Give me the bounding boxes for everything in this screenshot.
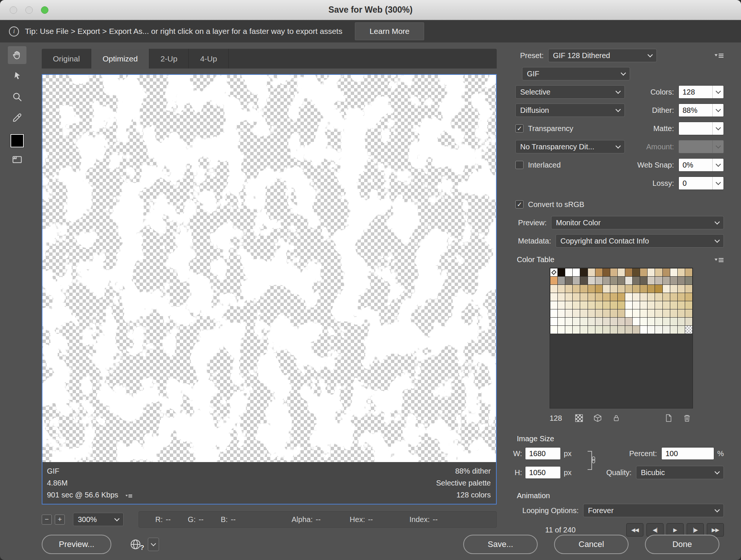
transparency-checkbox[interactable] <box>515 124 524 133</box>
color-swatch[interactable] <box>588 277 595 284</box>
new-color-icon[interactable] <box>664 414 673 423</box>
color-swatch[interactable] <box>610 318 617 325</box>
color-swatch[interactable] <box>633 285 640 293</box>
looping-options-select[interactable]: Forever <box>583 504 724 517</box>
color-swatch[interactable] <box>588 268 595 276</box>
hand-tool[interactable] <box>8 46 26 64</box>
color-swatch[interactable] <box>670 301 677 309</box>
map-transparency-icon[interactable] <box>575 414 583 423</box>
color-swatch[interactable] <box>595 326 602 334</box>
color-swatch[interactable] <box>565 277 572 284</box>
lossy-input[interactable]: 0 <box>678 176 724 190</box>
color-swatch[interactable] <box>625 318 632 325</box>
color-swatch[interactable] <box>633 277 640 284</box>
color-swatch[interactable] <box>633 293 640 301</box>
color-swatch[interactable] <box>633 318 640 325</box>
color-swatch[interactable] <box>595 285 602 293</box>
color-swatch[interactable] <box>648 318 655 325</box>
color-swatch[interactable] <box>550 326 557 334</box>
color-swatch[interactable] <box>663 326 670 334</box>
color-swatch[interactable] <box>565 301 572 309</box>
color-swatch[interactable] <box>588 301 595 309</box>
format-select[interactable]: GIF <box>522 67 630 80</box>
color-swatch[interactable] <box>670 326 677 334</box>
color-reduction-select[interactable]: Selective <box>515 85 625 99</box>
eyedropper-color-swatch[interactable] <box>10 134 24 147</box>
web-snap-input[interactable]: 0% <box>678 158 724 172</box>
color-swatch[interactable] <box>618 268 625 276</box>
learn-more-button[interactable]: Learn More <box>355 22 424 40</box>
color-swatch[interactable] <box>625 268 632 276</box>
color-swatch[interactable] <box>670 293 677 301</box>
color-swatch[interactable] <box>648 301 655 309</box>
color-swatch[interactable] <box>685 301 692 309</box>
color-swatch[interactable] <box>558 326 565 334</box>
color-swatch[interactable] <box>685 277 692 284</box>
color-swatch[interactable] <box>573 318 580 325</box>
color-swatch[interactable] <box>573 309 580 317</box>
minimize-button[interactable] <box>25 6 33 14</box>
color-swatch[interactable] <box>603 277 610 284</box>
color-swatch[interactable] <box>633 268 640 276</box>
color-swatch[interactable] <box>640 285 647 293</box>
color-swatch[interactable] <box>618 318 625 325</box>
color-swatch[interactable] <box>663 309 670 317</box>
color-swatch[interactable] <box>573 301 580 309</box>
color-swatch[interactable] <box>565 326 572 334</box>
preview-mode-select[interactable]: Monitor Color <box>551 216 724 229</box>
color-swatch[interactable] <box>588 285 595 293</box>
color-swatch[interactable] <box>595 318 602 325</box>
color-swatch[interactable] <box>603 293 610 301</box>
color-swatch[interactable] <box>685 293 692 301</box>
zoom-in-button[interactable]: + <box>55 515 65 525</box>
color-swatch[interactable] <box>640 309 647 317</box>
color-swatch[interactable] <box>610 293 617 301</box>
interlaced-checkbox[interactable] <box>515 161 524 169</box>
panel-menu-icon[interactable] <box>714 52 724 58</box>
dither-method-select[interactable]: Diffusion <box>515 104 625 117</box>
color-swatch[interactable] <box>625 293 632 301</box>
color-swatch[interactable] <box>565 285 572 293</box>
color-swatch[interactable] <box>670 318 677 325</box>
color-swatch[interactable] <box>618 301 625 309</box>
color-swatch[interactable] <box>663 293 670 301</box>
convert-srgb-checkbox[interactable] <box>515 200 524 209</box>
preview-tab[interactable]: 2-Up <box>149 49 189 69</box>
color-swatch[interactable] <box>603 285 610 293</box>
color-swatch[interactable] <box>595 293 602 301</box>
lock-color-icon[interactable] <box>612 414 621 423</box>
color-swatch[interactable] <box>603 309 610 317</box>
color-swatch[interactable] <box>580 318 587 325</box>
color-swatch[interactable] <box>580 309 587 317</box>
color-swatch[interactable] <box>678 293 685 301</box>
color-swatch[interactable] <box>550 268 557 276</box>
fullscreen-button[interactable] <box>41 6 48 14</box>
color-swatch[interactable] <box>655 268 662 276</box>
eyedropper-tool[interactable] <box>8 109 26 127</box>
quality-select[interactable]: Bicubic <box>636 466 724 479</box>
color-swatch[interactable] <box>625 326 632 334</box>
color-swatch[interactable] <box>670 309 677 317</box>
dither-input[interactable]: 88% <box>678 104 724 117</box>
color-swatch[interactable] <box>678 285 685 293</box>
color-swatch[interactable] <box>663 285 670 293</box>
cancel-button[interactable]: Cancel <box>554 535 629 554</box>
color-swatch[interactable] <box>558 293 565 301</box>
zoom-out-button[interactable]: − <box>42 515 52 525</box>
height-input[interactable]: 1050 <box>525 466 561 479</box>
color-swatch[interactable] <box>685 285 692 293</box>
color-swatch[interactable] <box>558 268 565 276</box>
color-swatch[interactable] <box>655 318 662 325</box>
color-swatch[interactable] <box>603 318 610 325</box>
color-swatch[interactable] <box>663 268 670 276</box>
color-swatch[interactable] <box>565 268 572 276</box>
color-swatch[interactable] <box>625 285 632 293</box>
zoom-tool[interactable] <box>8 88 26 106</box>
browser-select-chevron[interactable] <box>148 538 159 551</box>
color-swatch[interactable] <box>595 268 602 276</box>
color-swatch[interactable] <box>625 277 632 284</box>
color-swatch[interactable] <box>610 285 617 293</box>
color-swatch[interactable] <box>670 285 677 293</box>
browser-globe-button[interactable]: ? <box>126 536 145 553</box>
color-swatch[interactable] <box>573 285 580 293</box>
